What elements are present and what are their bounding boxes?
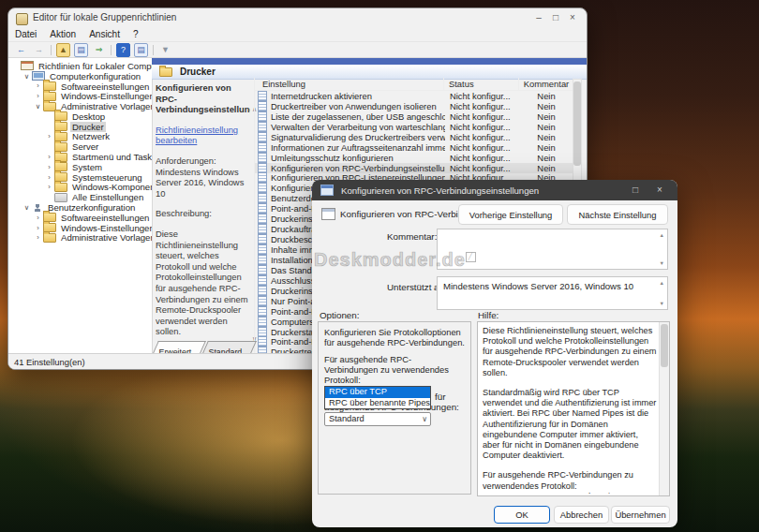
expander-icon[interactable]: › [34,224,42,232]
settings-row[interactable]: Internetdrucken aktivierenNicht konfigur… [255,91,573,101]
tree-item[interactable]: ›Windows-Einstellungen [8,223,152,233]
help-icon[interactable]: ? [116,43,130,57]
requirements-value: Mindestens Windows Server 2016, Windows … [156,167,250,200]
scrollbar-thumb[interactable] [661,324,668,367]
tree-item[interactable]: ›Softwareeinstellungen [8,81,152,92]
setting-name-text: Signaturvalidierung des Druckertreibers … [271,132,445,142]
expander-icon[interactable]: ∨ [22,72,31,81]
tree-item[interactable]: ›Netzwerk [8,132,152,142]
ok-button[interactable]: OK [494,506,550,524]
back-icon[interactable]: ← [14,43,28,57]
setting-name: Druckertreiber von Anwendungen isolieren [255,101,445,111]
spin-up-icon[interactable]: ▲ [660,232,664,238]
tree-item[interactable]: ›Systemsteuerung [8,172,152,183]
tree-item[interactable]: Richtlinien für Lokaler Computer [8,61,152,71]
export-list-icon[interactable]: ⇒ [92,43,106,57]
expander-icon[interactable]: › [45,173,53,182]
protocol-option[interactable]: RPC über TCP [325,387,430,398]
edit-policy-link[interactable]: Richtlinieneinstellung bearbeiten [156,125,250,146]
tab-standard[interactable]: Standard [202,341,256,353]
tree-item[interactable]: Server [8,141,152,152]
filter-icon[interactable]: ▼ [158,43,172,57]
spin-down-icon[interactable]: ▼ [660,301,664,306]
settings-row[interactable]: Druckertreiber von Anwendungen isolieren… [255,101,573,111]
tab-erweitert[interactable]: Erweitert [153,341,206,353]
expander-icon[interactable]: › [34,214,42,222]
options-panel: Konfigurieren Sie Protokolloptionen für … [318,321,471,495]
menu-ansicht[interactable]: Ansicht [82,29,126,39]
column-status[interactable]: Status [444,78,519,90]
close-button[interactable]: × [564,10,581,25]
next-setting-button[interactable]: Nächste Einstellung [567,204,668,225]
folder-icon [43,233,56,243]
status-text: 41 Einstellung(en) [14,357,85,367]
tree-item[interactable]: ∨Benutzerkonfiguration [8,202,152,213]
supported-on-value: Mindestens Windows Server 2016, Windows … [443,281,633,291]
spin-down-icon[interactable]: ▼ [660,260,664,266]
settings-row[interactable]: Umleitungsschutz konfigurierenNicht konf… [255,153,573,163]
up-level-folder-icon[interactable]: ▲ [56,43,70,57]
policy-doc-icon [258,122,267,132]
apply-button[interactable]: Übernehmen [611,506,670,524]
console-tree: Richtlinien für Lokaler Computer∨Compute… [8,58,153,354]
tree-item[interactable]: ›Startmenü und Taskleiste [8,152,152,162]
settings-row[interactable]: Verwalten der Verarbeitung von warteschl… [255,122,573,132]
expander-icon[interactable]: › [45,183,53,191]
dialog-titlebar[interactable]: Konfigurieren von RPC-Verbindungseinstel… [312,180,677,200]
auth-combobox[interactable]: Standard ∨ [324,412,431,426]
tree-item[interactable]: ›Softwareeinstellungen [8,213,152,223]
tree-item[interactable]: Alle Einstellungen [8,192,152,202]
comment-textarea[interactable]: ▲ ▼ [437,229,668,270]
column-kommentar[interactable]: Kommentar [519,79,573,89]
setting-status: Nicht konfigur... [445,122,519,132]
console-icon [21,61,34,70]
expander-icon[interactable]: › [34,92,42,100]
policy-doc-icon [258,163,267,173]
setting-name: Konfigurieren von RPC-Verbindungseinstel… [255,163,445,173]
scrollbar-thumb[interactable] [573,81,581,166]
spin-up-icon[interactable]: ▲ [660,280,664,286]
forward-icon[interactable]: → [32,43,46,57]
supported-on-box[interactable]: Mindestens Windows Server 2016, Windows … [437,276,668,310]
tree-item[interactable]: ›System [8,162,152,172]
settings-row[interactable]: Konfigurieren von RPC-Verbindungseinstel… [255,163,573,173]
help-scrollbar[interactable] [659,322,669,495]
tree-item-label: Startmenü und Taskleiste [70,152,153,162]
cancel-button[interactable]: Abbrechen [554,506,609,524]
menu-datei[interactable]: Datei [8,29,43,39]
protocol-option[interactable]: RPC über benannte Pipes [325,398,430,409]
tree-item[interactable]: ∨Administrative Vorlagen [8,101,152,111]
expander-icon[interactable]: ∨ [34,102,42,111]
policy-doc-icon [258,265,267,275]
close-button[interactable]: × [647,181,672,200]
tree-item-label: Softwareeinstellungen [59,213,151,223]
window-icon[interactable]: ▤ [134,43,148,57]
tree-item[interactable]: ∨Computerkonfiguration [8,71,152,81]
setting-name: Verwalten der Verarbeitung von warteschl… [255,122,445,132]
settings-row[interactable]: Informationen zur Auftragsseitenanzahl i… [255,142,573,153]
tree-item[interactable]: ›Windows-Komponenten [8,183,152,193]
maximize-button[interactable]: □ [623,181,647,200]
expander-icon[interactable]: › [45,153,53,161]
maximize-button[interactable]: □ [547,10,564,25]
expander-icon[interactable]: ∨ [22,203,31,212]
column-einstellung[interactable]: Einstellung [255,78,444,90]
window-titlebar[interactable]: Editor für lokale Gruppenrichtlinien –□× [8,8,587,27]
minimize-button[interactable]: – [530,10,547,25]
expander-icon[interactable]: › [45,132,53,140]
expander-icon[interactable]: › [34,81,42,90]
tree-item-label: Desktop [70,111,107,122]
settings-row[interactable]: Signaturvalidierung des Druckertreibers … [255,132,573,142]
previous-setting-button[interactable]: Vorherige Einstellung [458,204,563,225]
menu-?[interactable]: ? [126,29,145,39]
tree-item[interactable]: Drucker [8,122,152,132]
tree-item[interactable]: Desktop [8,111,152,122]
tree-item[interactable]: ›Windows-Einstellungen [8,91,152,101]
settings-row[interactable]: Liste der zugelassenen, über USB angesch… [255,111,573,122]
tree-item[interactable]: ›Administrative Vorlagen [8,233,152,244]
menu-aktion[interactable]: Aktion [43,29,82,39]
expander-icon[interactable]: › [34,233,42,242]
console-window-icon[interactable]: ▤ [74,43,88,57]
expander-icon[interactable]: › [45,163,53,171]
policy-dialog: Konfigurieren von RPC-Verbindungseinstel… [312,180,677,527]
